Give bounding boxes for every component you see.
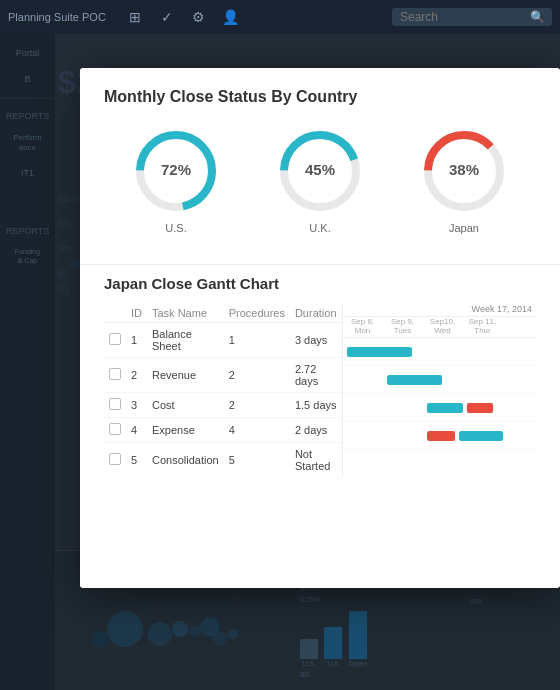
donut-uk: 45% U.K. [275,126,365,234]
gantt-bar-3-blue [427,403,463,413]
user-icon[interactable]: 👤 [220,6,242,28]
row5-checkbox[interactable] [104,443,126,478]
gantt-week-label: Week 17, 2014 [343,304,537,317]
donut-charts-row: 72% U.S. 45% U.K. [104,126,536,234]
row5-id: 5 [126,443,147,478]
svg-text:72%: 72% [161,161,191,178]
gantt-bar-row-3 [343,394,537,422]
th-checkbox [104,304,126,323]
row3-checkbox[interactable] [104,393,126,418]
row3-dur: 1.5 days [290,393,342,418]
search-input[interactable] [400,10,530,24]
th-task: Task Name [147,304,224,323]
gantt-left-table: ID Task Name Procedures Duration 1 [104,304,342,478]
monthly-close-section: Monthly Close Status By Country 72% U.S. [80,68,560,264]
donut-us-svg: 72% [131,126,221,216]
th-dur: Duration [290,304,342,323]
search-bar[interactable]: 🔍 [392,8,552,26]
gantt-bar-row-4 [343,422,537,450]
row2-task: Revenue [147,358,224,393]
gantt-day-sep11: Sep 11, Thur [463,317,503,335]
gantt-bar-1-blue [347,347,412,357]
donut-japan-label: Japan [449,222,479,234]
gantt-day-sep9: Sep 9, Tues [383,317,423,335]
row4-task: Expense [147,418,224,443]
donut-japan-svg: 38% [419,126,509,216]
gantt-bar-4-red [427,431,455,441]
gantt-day-sep8: Sep 8, Mon [343,317,383,335]
row1-proc: 1 [224,323,290,358]
row1-dur: 3 days [290,323,342,358]
gantt-row-3: 3 Cost 2 1.5 days [104,393,342,418]
grid-icon[interactable]: ⊞ [124,6,146,28]
row2-id: 2 [126,358,147,393]
gantt-container: ID Task Name Procedures Duration 1 [104,304,536,478]
row5-proc: 5 [224,443,290,478]
row2-proc: 2 [224,358,290,393]
gantt-bar-row-5 [343,450,537,478]
modal-dialog: Monthly Close Status By Country 72% U.S. [80,68,560,588]
svg-text:45%: 45% [305,161,335,178]
donut-us-label: U.S. [165,222,186,234]
app-title: Planning Suite POC [8,11,106,23]
donut-japan: 38% Japan [419,126,509,234]
gantt-right-bars: Week 17, 2014 Sep 8, Mon Sep 9, Tues Sep… [342,304,537,478]
row4-id: 4 [126,418,147,443]
row5-task: Consolidation [147,443,224,478]
modal-overlay: Monthly Close Status By Country 72% U.S. [0,34,560,690]
row4-proc: 4 [224,418,290,443]
th-proc: Procedures [224,304,290,323]
gantt-bar-2-blue [387,375,442,385]
row5-dur: Not Started [290,443,342,478]
row3-proc: 2 [224,393,290,418]
monthly-close-title: Monthly Close Status By Country [104,88,536,106]
row2-checkbox[interactable] [104,358,126,393]
row3-task: Cost [147,393,224,418]
search-icon: 🔍 [530,10,545,24]
donut-uk-svg: 45% [275,126,365,216]
gantt-section: Japan Close Gantt Chart ID Task Name Pro… [80,264,560,494]
gantt-row-1: 1 Balance Sheet 1 3 days [104,323,342,358]
gantt-bar-3-red [467,403,493,413]
main-background: Portal B Reports Performance IT1 Reports… [0,34,560,690]
gantt-bar-4-blue [459,431,503,441]
gantt-day-headers: Sep 8, Mon Sep 9, Tues Sep10, Wed Sep 11… [343,317,537,338]
svg-text:38%: 38% [449,161,479,178]
row1-task: Balance Sheet [147,323,224,358]
gantt-day-sep10: Sep10, Wed [423,317,463,335]
donut-uk-label: U.K. [309,222,330,234]
row4-dur: 2 days [290,418,342,443]
gantt-bar-row-1 [343,338,537,366]
row3-id: 3 [126,393,147,418]
check-icon[interactable]: ✓ [156,6,178,28]
top-navigation: Planning Suite POC ⊞ ✓ ⚙ 👤 🔍 [0,0,560,34]
donut-us: 72% U.S. [131,126,221,234]
th-id: ID [126,304,147,323]
row4-checkbox[interactable] [104,418,126,443]
gear-icon[interactable]: ⚙ [188,6,210,28]
gantt-row-5: 5 Consolidation 5 Not Started [104,443,342,478]
row1-checkbox[interactable] [104,323,126,358]
gantt-row-2: 2 Revenue 2 2.72 days [104,358,342,393]
gantt-title: Japan Close Gantt Chart [104,275,536,292]
gantt-bar-row-2 [343,366,537,394]
gantt-row-4: 4 Expense 4 2 days [104,418,342,443]
row2-dur: 2.72 days [290,358,342,393]
row1-id: 1 [126,323,147,358]
